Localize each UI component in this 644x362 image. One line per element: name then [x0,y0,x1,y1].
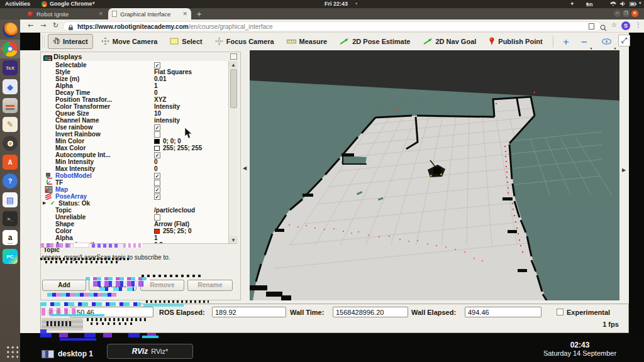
checkbox[interactable] [154,180,160,186]
firefox-icon[interactable] [3,23,18,38]
property-row-position-transfor-[interactable]: Position Transfor...XYZ [42,96,228,103]
focus-camera-button[interactable]: Focus Camera [211,35,279,49]
property-row-robotmodel[interactable]: RobotModel✓ [42,172,228,179]
property-row-channel-name[interactable]: Channel Nameintensity [42,117,228,124]
property-row-max-color[interactable]: Max Color255; 255; 255 [42,145,228,151]
property-row-shape[interactable]: ShapeArrow (Flat) [42,221,228,228]
measure-button[interactable]: Measure [282,35,332,48]
profile-avatar[interactable]: S [621,21,630,30]
tab-close-icon[interactable]: ✕ [182,11,187,17]
checkbox[interactable] [154,214,160,221]
chevron-down-icon[interactable]: ▾ [614,46,616,50]
virtualbox-icon[interactable]: ◆ [3,79,18,94]
property-row-min-intensity[interactable]: Min Intensity0 [42,158,228,165]
menu-kebab-icon[interactable]: ⋮ [635,21,641,28]
toolbar-drag-handle[interactable] [42,35,45,48]
property-row-posearray[interactable]: PoseArray✓ [42,193,228,200]
property-row-tf[interactable]: TF [42,179,228,186]
panel-float-button[interactable] [230,53,237,60]
close-button[interactable]: ✕ [631,10,638,17]
scrollbar-thumb[interactable] [230,69,237,108]
collapse-right-icon[interactable]: ▶ [622,167,626,173]
page-action-icon[interactable] [589,23,594,30]
rviz-window-button[interactable]: RViz RViz* [107,344,193,359]
checkbox[interactable]: ✓ [154,187,160,193]
property-row-queue-size[interactable]: Queue Size10 [42,110,228,117]
volume-icon[interactable] [620,1,626,8]
property-row-decay-time[interactable]: Decay Time0 [42,89,228,96]
select-button[interactable]: Select [165,35,206,48]
collapse-left-icon[interactable]: ◀ [243,165,247,171]
property-row-alpha[interactable]: Alpha1 [42,234,228,241]
camera-eye-icon[interactable] [602,36,611,47]
property-row-size-m-[interactable]: Size (m)0.01 [42,75,228,82]
experimental-checkbox[interactable] [557,309,564,315]
new-tab-button[interactable]: + [196,10,202,18]
right-splitter[interactable]: ▶ [619,50,629,300]
property-row-color-transformer[interactable]: Color TransformerIntensity [42,103,228,110]
checkbox[interactable]: ✓ [154,152,160,158]
property-row-map[interactable]: Map✓ [42,186,228,193]
forward-icon[interactable]: → [40,21,46,30]
expander-icon[interactable]: ▶ [43,200,46,207]
maximize-button[interactable]: ❐ [623,10,630,17]
show-applications-icon[interactable] [5,344,18,358]
property-row-min-color[interactable]: Min Color0; 0; 0 [42,138,228,145]
file-archiver-icon[interactable] [3,98,18,113]
checkbox[interactable] [154,131,160,138]
move-camera-button[interactable]: Move Camera [97,35,162,49]
reload-icon[interactable]: ↻ [53,21,58,30]
property-row-style[interactable]: StyleFlat Squares [42,69,228,75]
zoom-in-icon[interactable]: + [563,37,570,47]
checkbox[interactable]: ✓ [154,62,160,69]
text-editor-icon[interactable]: ✎ [3,117,18,132]
3d-viewport[interactable] [250,50,619,300]
tree-scrollbar[interactable]: ▲ ▼ [228,61,237,243]
url-input[interactable]: https://www.robotigniteacademy.com/en/co… [63,21,601,31]
software-store-icon[interactable]: A [3,155,18,170]
property-row-max-intensity[interactable]: Max Intensity0 [42,165,228,172]
property-row-alpha[interactable]: Alpha1 [42,82,228,89]
media-player-icon[interactable] [3,136,18,151]
add-button[interactable]: Add [42,280,86,291]
tab-close-icon[interactable]: ✕ [98,11,103,17]
tab-graphical-interface[interactable]: Graphical Interface ✕ [108,8,191,19]
remove-button[interactable]: Remove [140,280,184,291]
checkbox[interactable]: ✓ [154,194,160,200]
property-row-topic[interactable]: Topic/particlecloud [42,207,228,214]
app-menu[interactable]: Google Chrome [50,1,92,7]
libreoffice-writer-icon[interactable]: ▤ [3,192,18,207]
chrome-icon[interactable] [3,41,18,57]
terminal-icon[interactable]: >_ [3,211,18,226]
rename-button[interactable]: Rename [187,280,233,291]
interact-button[interactable]: Interact [48,34,93,49]
amazon-icon[interactable]: a‿ [3,230,18,245]
property-row-unreliable[interactable]: Unreliable [42,214,228,221]
topbar-clock[interactable]: Fri 22:43 [325,1,348,7]
left-splitter[interactable]: ◀ [241,50,250,300]
wall-time-input[interactable]: 1568428996.20 [333,307,408,317]
texmaker-icon[interactable]: TeX [3,60,18,75]
property-row-status-ok[interactable]: ▶✓Status: Ok [42,200,228,207]
wall-elapsed-input[interactable]: 494.46 [465,307,541,317]
zoom-lens-icon[interactable] [600,23,607,34]
system-menu-chevron-icon[interactable]: ▾ [639,1,641,6]
activities-button[interactable]: Activities [5,1,30,7]
chevron-down-icon[interactable]: ▾ [590,46,592,50]
zoom-out-icon[interactable]: − [581,37,588,47]
property-row-color[interactable]: Color255; 25; 0 [42,228,228,234]
pycharm-icon[interactable]: PC [3,249,18,264]
checkbox[interactable]: ✓ [154,124,160,131]
checkbox[interactable]: ✓ [154,173,160,179]
help-icon[interactable]: ? [3,173,18,189]
property-row-selectable[interactable]: Selectable✓ [42,62,228,69]
scroll-down-icon[interactable]: ▼ [229,236,238,243]
battery-icon[interactable] [630,1,636,8]
desktop-icon[interactable] [42,350,54,358]
taskbar-clock[interactable]: 02:43 Saturday 14 September [517,341,643,357]
publish-point-button[interactable]: Publish Point [484,35,547,49]
back-icon[interactable]: ← [28,21,33,30]
ros-elapsed-input[interactable]: 189.92 [212,307,286,317]
wifi-icon[interactable] [610,1,616,8]
property-row-autocompute-int-[interactable]: Autocompute Int...✓ [42,151,228,158]
